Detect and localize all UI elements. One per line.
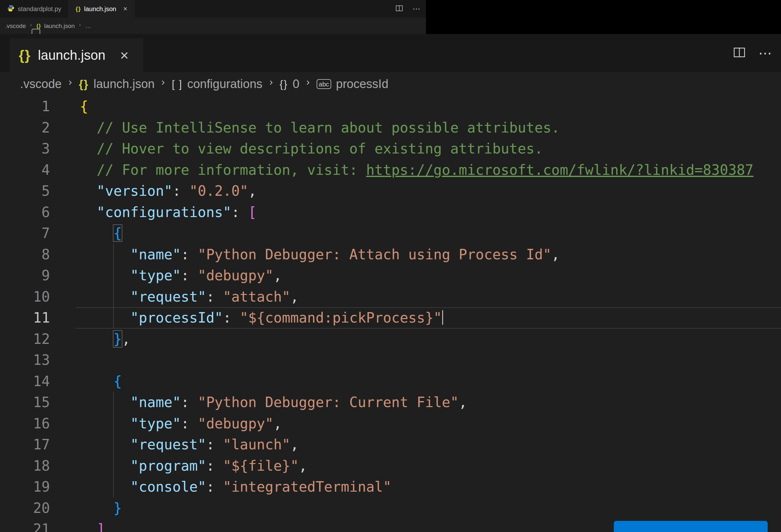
- breadcrumb-item-launch-json[interactable]: launch.json: [44, 23, 75, 30]
- line-number[interactable]: 4: [0, 160, 50, 181]
- code-line-content: "type": "debugpy",: [50, 265, 282, 286]
- line-number[interactable]: 12: [0, 329, 50, 350]
- line-number[interactable]: 15: [0, 392, 50, 413]
- line-number[interactable]: 17: [0, 434, 50, 455]
- code-token: "request": [130, 289, 206, 305]
- code-line[interactable]: 2 // Use IntelliSense to learn about pos…: [0, 117, 781, 138]
- code-line[interactable]: 6 "configurations": [: [0, 202, 781, 223]
- line-number[interactable]: 13: [0, 350, 50, 371]
- code-token: :: [181, 267, 198, 284]
- symbol-string-icon: abc: [317, 79, 331, 89]
- line-number[interactable]: 14: [0, 371, 50, 392]
- code-line[interactable]: 14 {: [0, 371, 781, 392]
- code-token: "configurations": [97, 204, 232, 220]
- code-line[interactable]: 16 "type": "debugpy",: [0, 413, 781, 435]
- code-token: "attach": [223, 289, 290, 305]
- code-line[interactable]: 4 // For more information, visit: https:…: [0, 160, 781, 181]
- breadcrumb-item-vscode[interactable]: .vscode: [20, 77, 61, 91]
- code-line-content: "processId": "${command:pickProcess}": [50, 307, 443, 329]
- add-configuration-button[interactable]: [614, 521, 768, 532]
- code-line[interactable]: 9 "type": "debugpy",: [0, 265, 781, 286]
- code-line[interactable]: 7 {: [0, 223, 781, 244]
- code-token: "type": [130, 267, 181, 284]
- code-token: "version": [97, 183, 172, 199]
- code-token: "Python Debugger: Attach using Process I…: [198, 246, 551, 262]
- code-token: ,: [299, 458, 307, 474]
- code-token: "0.2.0": [189, 183, 248, 199]
- matched-bracket: }: [114, 331, 122, 347]
- tab-standardplot-py[interactable]: standardplot.py: [0, 0, 69, 18]
- line-number[interactable]: 11: [0, 307, 50, 329]
- code-token: [80, 436, 130, 453]
- code-line[interactable]: 12 },: [0, 329, 781, 350]
- line-number[interactable]: 8: [0, 244, 50, 265]
- editor-tab-bar: standardplot.py {} launch.json × ⋯: [0, 0, 426, 18]
- code-token: [80, 289, 130, 305]
- tab-launch-json-zoomed[interactable]: {} launch.json ×: [10, 38, 143, 72]
- code-token: "debugpy": [198, 415, 273, 432]
- code-line-content: "type": "debugpy",: [50, 413, 282, 435]
- close-icon[interactable]: ×: [120, 48, 129, 63]
- line-number[interactable]: 19: [0, 477, 50, 498]
- more-actions-icon[interactable]: ⋯: [758, 45, 773, 61]
- breadcrumb-item-0[interactable]: 0: [293, 77, 299, 91]
- breadcrumb-item-ellipsis[interactable]: …: [85, 23, 91, 30]
- line-number[interactable]: 18: [0, 455, 50, 477]
- code-line[interactable]: 17 "request": "launch",: [0, 434, 781, 455]
- breadcrumb-item-processid[interactable]: processId: [336, 77, 388, 91]
- line-number[interactable]: 10: [0, 286, 50, 308]
- code-token: :: [206, 479, 223, 495]
- code-line[interactable]: 1{: [0, 96, 781, 117]
- code-token: "debugpy": [198, 267, 273, 284]
- code-token: ,: [273, 415, 282, 432]
- code-line[interactable]: 18 "program": "${file}",: [0, 455, 781, 477]
- breadcrumb-zoomed: .vscode {} launch.json [ ] configuration…: [0, 72, 781, 96]
- more-actions-icon[interactable]: ⋯: [413, 4, 421, 13]
- close-icon[interactable]: ×: [123, 5, 127, 13]
- code-token: "name": [130, 394, 181, 410]
- code-token: ,: [459, 394, 467, 410]
- line-number[interactable]: 1: [0, 96, 50, 117]
- breadcrumb-item-vscode[interactable]: .vscode: [5, 23, 26, 30]
- python-icon: [7, 4, 15, 14]
- split-editor-icon[interactable]: [733, 46, 746, 60]
- chevron-right-icon: [159, 77, 167, 91]
- code-line-content: "version": "0.2.0",: [50, 180, 256, 202]
- line-number[interactable]: 5: [0, 180, 50, 202]
- code-token: ,: [290, 289, 299, 305]
- breadcrumb: .vscode {} launch.json …: [0, 18, 426, 34]
- code-token: "program": [130, 458, 206, 474]
- tab-launch-json[interactable]: {} launch.json ×: [69, 0, 135, 18]
- line-number[interactable]: 3: [0, 138, 50, 160]
- line-number[interactable]: 16: [0, 413, 50, 435]
- code-line[interactable]: 8 "name": "Python Debugger: Attach using…: [0, 244, 781, 265]
- line-number[interactable]: 7: [0, 223, 50, 244]
- breadcrumb-item-configurations[interactable]: configurations: [187, 77, 262, 91]
- code-token: ]: [97, 521, 105, 532]
- code-token: [80, 458, 130, 474]
- split-editor-icon[interactable]: [396, 4, 403, 13]
- line-number[interactable]: 9: [0, 265, 50, 286]
- breadcrumb-item-launch-json[interactable]: launch.json: [93, 77, 155, 91]
- code-editor[interactable]: 1{2 // Use IntelliSense to learn about p…: [0, 96, 781, 532]
- code-token: [80, 394, 130, 410]
- code-line[interactable]: 3 // Hover to view descriptions of exist…: [0, 138, 781, 160]
- code-token: [80, 415, 130, 432]
- line-number[interactable]: 2: [0, 117, 50, 138]
- empty-area: [426, 0, 781, 34]
- code-token: }: [114, 500, 122, 516]
- code-line[interactable]: 5 "version": "0.2.0",: [0, 180, 781, 202]
- line-number[interactable]: 20: [0, 498, 50, 519]
- code-line[interactable]: 10 "request": "attach",: [0, 286, 781, 308]
- tab-label: launch.json: [84, 5, 116, 13]
- code-token: {: [114, 373, 122, 389]
- code-line[interactable]: 13: [0, 350, 781, 371]
- code-line[interactable]: 15 "name": "Python Debugger: Current Fil…: [0, 392, 781, 413]
- code-line[interactable]: 20 }: [0, 498, 781, 519]
- code-line[interactable]: 11 "processId": "${command:pickProcess}": [0, 307, 781, 329]
- line-number[interactable]: 21: [0, 519, 50, 532]
- line-number[interactable]: 6: [0, 202, 50, 223]
- code-token: "type": [130, 415, 181, 432]
- code-token: "launch": [223, 436, 290, 453]
- code-line[interactable]: 19 "console": "integratedTerminal": [0, 477, 781, 498]
